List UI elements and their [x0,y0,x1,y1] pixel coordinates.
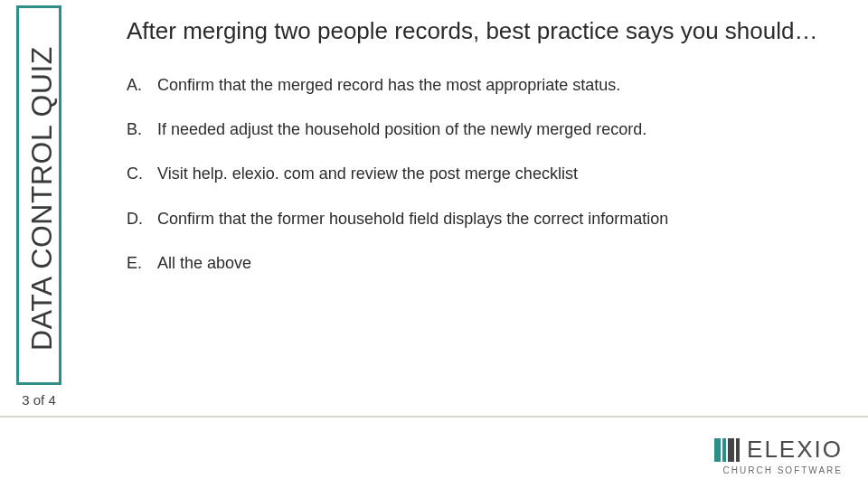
brand-tagline: CHURCH SOFTWARE [714,465,843,475]
svg-rect-0 [714,438,721,462]
option-text: If needed adjust the household position … [152,119,841,140]
page-counter: 3 of 4 [16,392,61,408]
options-list: A. Confirm that the merged record has th… [127,75,841,275]
option-text: All the above [152,253,841,274]
question-text: After merging two people records, best p… [127,16,841,46]
option-text: Confirm that the former household field … [152,209,841,230]
footer-divider [0,416,868,418]
brand-logo-row: ELEXIO [714,436,843,464]
svg-rect-1 [722,438,726,462]
svg-rect-3 [736,438,740,462]
option-c: C. Visit help. elexio. com and review th… [127,164,841,184]
slide: DATA CONTROL QUIZ 3 of 4 After merging t… [0,0,868,488]
option-a: A. Confirm that the merged record has th… [127,75,841,96]
content-area: After merging two people records, best p… [99,16,841,297]
brand-name: ELEXIO [747,436,843,464]
option-letter: C. [127,164,152,184]
option-letter: D. [127,209,152,230]
option-text: Visit help. elexio. com and review the p… [152,164,841,184]
bars-icon [714,438,741,462]
option-letter: E. [127,253,152,274]
sidebar-title-box: DATA CONTROL QUIZ [16,5,61,385]
svg-rect-2 [728,438,734,462]
option-text: Confirm that the merged record has the m… [152,75,841,96]
option-b: B. If needed adjust the household positi… [127,119,841,140]
option-letter: A. [127,75,152,96]
option-e: E. All the above [127,253,841,274]
brand-logo: ELEXIO CHURCH SOFTWARE [714,436,843,475]
sidebar-title-wrap: DATA CONTROL QUIZ [19,8,64,388]
option-letter: B. [127,119,152,140]
sidebar-title: DATA CONTROL QUIZ [25,46,59,351]
option-d: D. Confirm that the former household fie… [127,209,841,230]
